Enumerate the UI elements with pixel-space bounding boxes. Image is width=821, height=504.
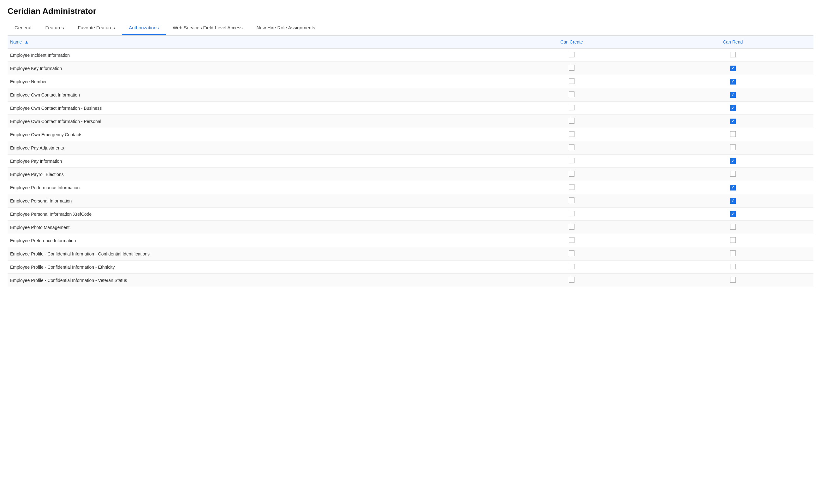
row-can-create[interactable]	[491, 221, 653, 234]
checkbox-unchecked-icon[interactable]	[569, 171, 574, 177]
tab-general[interactable]: General	[8, 22, 38, 35]
row-can-create[interactable]	[491, 141, 653, 155]
row-can-create[interactable]	[491, 247, 653, 261]
row-can-read[interactable]	[652, 49, 813, 62]
tab-web-services[interactable]: Web Services Field-Level Access	[166, 22, 249, 35]
table-row: Employee Payroll Elections	[8, 168, 813, 181]
table-row: Employee Photo Management	[8, 221, 813, 234]
tab-new-hire[interactable]: New Hire Role Assignments	[250, 22, 322, 35]
row-can-read[interactable]	[652, 247, 813, 261]
row-can-read[interactable]	[652, 168, 813, 181]
table-row: Employee Profile - Confidential Informat…	[8, 261, 813, 274]
checkbox-unchecked-icon[interactable]	[730, 250, 736, 256]
row-can-create[interactable]	[491, 194, 653, 208]
checkbox-unchecked-icon[interactable]	[569, 277, 574, 283]
col-header-name[interactable]: Name ▲	[8, 36, 491, 49]
row-can-create[interactable]	[491, 128, 653, 141]
table-row: Employee Incident Information	[8, 49, 813, 62]
checkbox-checked-icon[interactable]	[730, 211, 736, 217]
col-header-can-create[interactable]: Can Create	[491, 36, 653, 49]
table-row: Employee Profile - Confidential Informat…	[8, 274, 813, 287]
row-can-create[interactable]	[491, 62, 653, 75]
row-can-create[interactable]	[491, 234, 653, 247]
checkbox-unchecked-icon[interactable]	[569, 264, 574, 269]
checkbox-unchecked-icon[interactable]	[569, 211, 574, 216]
checkbox-unchecked-icon[interactable]	[730, 237, 736, 243]
checkbox-unchecked-icon[interactable]	[569, 131, 574, 137]
row-can-create[interactable]	[491, 115, 653, 128]
row-can-read[interactable]	[652, 88, 813, 102]
checkbox-unchecked-icon[interactable]	[569, 52, 574, 57]
checkbox-unchecked-icon[interactable]	[569, 65, 574, 71]
checkbox-checked-icon[interactable]	[730, 119, 736, 124]
checkbox-unchecked-icon[interactable]	[730, 224, 736, 230]
checkbox-unchecked-icon[interactable]	[569, 105, 574, 110]
checkbox-unchecked-icon[interactable]	[569, 224, 574, 230]
row-can-read[interactable]	[652, 102, 813, 115]
checkbox-unchecked-icon[interactable]	[569, 78, 574, 84]
checkbox-unchecked-icon[interactable]	[730, 264, 736, 269]
col-header-can-read[interactable]: Can Read	[652, 36, 813, 49]
checkbox-unchecked-icon[interactable]	[569, 250, 574, 256]
checkbox-unchecked-icon[interactable]	[569, 118, 574, 124]
tab-favorite-features[interactable]: Favorite Features	[71, 22, 122, 35]
checkbox-checked-icon[interactable]	[730, 158, 736, 164]
checkbox-unchecked-icon[interactable]	[569, 158, 574, 163]
row-can-read[interactable]	[652, 155, 813, 168]
checkbox-unchecked-icon[interactable]	[569, 184, 574, 190]
row-name: Employee Profile - Confidential Informat…	[8, 261, 491, 274]
checkbox-unchecked-icon[interactable]	[569, 237, 574, 243]
checkbox-unchecked-icon[interactable]	[730, 131, 736, 137]
checkbox-checked-icon[interactable]	[730, 198, 736, 204]
row-can-read[interactable]	[652, 115, 813, 128]
row-can-create[interactable]	[491, 49, 653, 62]
row-name: Employee Pay Information	[8, 155, 491, 168]
checkbox-unchecked-icon[interactable]	[569, 91, 574, 97]
tab-authorizations[interactable]: Authorizations	[122, 22, 166, 35]
row-name: Employee Own Contact Information	[8, 88, 491, 102]
row-can-read[interactable]	[652, 75, 813, 88]
row-can-read[interactable]	[652, 261, 813, 274]
checkbox-unchecked-icon[interactable]	[730, 171, 736, 177]
checkbox-checked-icon[interactable]	[730, 79, 736, 85]
row-can-read[interactable]	[652, 274, 813, 287]
row-name: Employee Personal Information	[8, 194, 491, 208]
row-name: Employee Own Contact Information - Perso…	[8, 115, 491, 128]
row-can-create[interactable]	[491, 88, 653, 102]
row-can-create[interactable]	[491, 261, 653, 274]
checkbox-checked-icon[interactable]	[730, 66, 736, 71]
row-can-read[interactable]	[652, 62, 813, 75]
row-can-read[interactable]	[652, 194, 813, 208]
checkbox-checked-icon[interactable]	[730, 105, 736, 111]
row-can-read[interactable]	[652, 234, 813, 247]
authorizations-table: Name ▲ Can Create Can Read Employee Inci…	[8, 35, 813, 287]
row-name: Employee Profile - Confidential Informat…	[8, 274, 491, 287]
row-can-create[interactable]	[491, 75, 653, 88]
row-can-read[interactable]	[652, 128, 813, 141]
checkbox-unchecked-icon[interactable]	[730, 52, 736, 57]
checkbox-unchecked-icon[interactable]	[730, 144, 736, 150]
checkbox-unchecked-icon[interactable]	[730, 277, 736, 283]
row-can-create[interactable]	[491, 102, 653, 115]
row-name: Employee Performance Information	[8, 181, 491, 194]
checkbox-checked-icon[interactable]	[730, 185, 736, 190]
checkbox-checked-icon[interactable]	[730, 92, 736, 98]
row-can-create[interactable]	[491, 181, 653, 194]
row-can-read[interactable]	[652, 208, 813, 221]
table-row: Employee Pay Information	[8, 155, 813, 168]
checkbox-unchecked-icon[interactable]	[569, 197, 574, 203]
tab-features[interactable]: Features	[38, 22, 71, 35]
table-header-row: Name ▲ Can Create Can Read	[8, 36, 813, 49]
row-name: Employee Profile - Confidential Informat…	[8, 247, 491, 261]
row-can-create[interactable]	[491, 274, 653, 287]
row-can-create[interactable]	[491, 208, 653, 221]
row-can-create[interactable]	[491, 168, 653, 181]
checkbox-unchecked-icon[interactable]	[569, 144, 574, 150]
row-can-read[interactable]	[652, 141, 813, 155]
table-row: Employee Own Contact Information	[8, 88, 813, 102]
page-title: Ceridian Administrator	[8, 6, 813, 16]
row-can-create[interactable]	[491, 155, 653, 168]
row-can-read[interactable]	[652, 221, 813, 234]
row-can-read[interactable]	[652, 181, 813, 194]
table-row: Employee Personal Information XrefCode	[8, 208, 813, 221]
